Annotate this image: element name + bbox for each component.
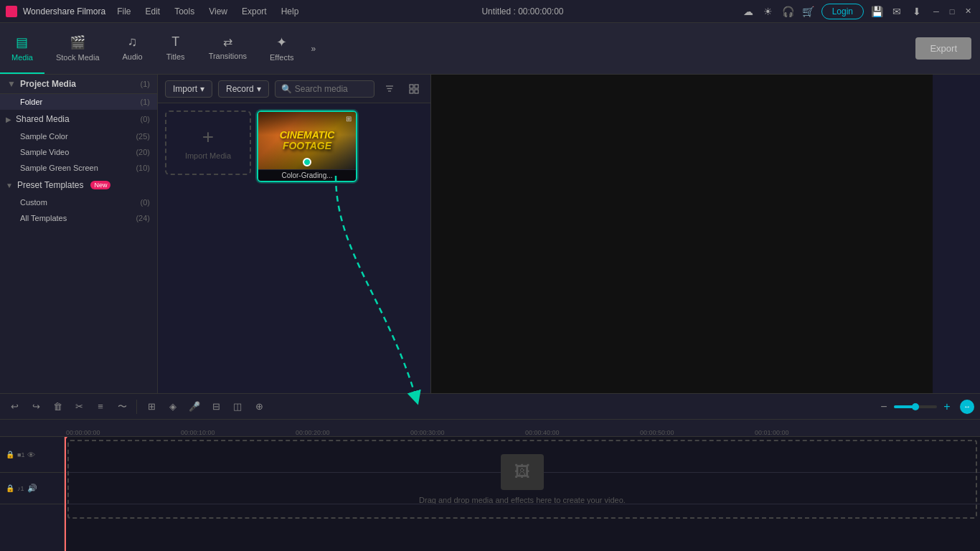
sample-color-count: (25) xyxy=(136,132,150,141)
save-icon[interactable]: 💾 xyxy=(870,4,884,19)
sidebar-section-shared-media[interactable]: ▶ Shared Media (0) xyxy=(0,110,157,128)
sequence-button[interactable]: ⊟ xyxy=(207,398,225,415)
redo-button[interactable]: ↪ xyxy=(27,398,44,415)
zoom-in-button[interactable]: + xyxy=(940,400,954,414)
titles-icon: T xyxy=(171,34,179,50)
playhead[interactable] xyxy=(65,437,66,551)
record-dropdown[interactable]: Record ▾ xyxy=(218,80,269,98)
titlebar-left: Wondershare Filmora File Edit Tools View… xyxy=(6,5,304,18)
headphone-icon[interactable]: 🎧 xyxy=(781,4,796,19)
ruler-label-3: 00:00:30:00 xyxy=(410,429,445,436)
sample-color-label: Sample Color xyxy=(20,132,68,141)
sidebar-item-custom[interactable]: Custom (0) xyxy=(0,194,157,210)
sidebar-item-sample-color[interactable]: Sample Color (25) xyxy=(0,128,157,144)
search-input[interactable] xyxy=(295,84,368,94)
toolbar-more-button[interactable]: » xyxy=(305,23,321,74)
toolbar-export: Export xyxy=(915,37,971,60)
shared-media-left: ▶ Shared Media xyxy=(6,114,70,124)
sidebar-section-preset-templates[interactable]: ▼ Preset Templates New xyxy=(0,176,157,194)
import-label: Import xyxy=(173,84,197,94)
sidebar-item-sample-video[interactable]: Sample Video (20) xyxy=(0,144,157,160)
lock-icon[interactable]: 🔒 xyxy=(6,451,14,458)
snapping-button[interactable]: ⊞ xyxy=(143,398,160,415)
close-button[interactable]: ✕ xyxy=(961,5,974,18)
media-item-color-grading[interactable]: CINEMATICFOOTAGE ⊞ Color-Grading... xyxy=(257,110,357,182)
all-templates-label: All Templates xyxy=(20,214,67,222)
lock-icon-2[interactable]: 🔒 xyxy=(6,484,14,492)
volume-icon[interactable]: 🔊 xyxy=(27,484,37,493)
toolbar-effects[interactable]: ✦ Effects xyxy=(258,23,305,74)
menu-tools[interactable]: Tools xyxy=(169,5,200,18)
transitions-icon: ⇄ xyxy=(223,35,232,49)
plus-icon: + xyxy=(202,126,214,149)
timeline: ↩ ↪ 🗑 ✂ ≡ 〜 ⊞ ◈ 🎤 ⊟ ◫ ⊕ − + ↔ 00:00:00:0… xyxy=(0,393,980,551)
download-icon[interactable]: ⬇ xyxy=(910,4,924,19)
sample-video-count: (20) xyxy=(136,148,150,156)
toolbar: ▤ Media 🎬 Stock Media ♫ Audio T Titles ⇄… xyxy=(0,23,980,75)
ruler-mark-3: 00:00:30:00 xyxy=(409,429,524,436)
project-media-count: (1) xyxy=(141,80,150,88)
audio-settings-button[interactable]: ≡ xyxy=(92,398,109,415)
titlebar-right: ☁ ☀ 🎧 🛒 Login 💾 ✉ ⬇ ─ □ ✕ xyxy=(741,4,974,19)
ruler-mark-5: 00:00:50:00 xyxy=(639,429,753,436)
minimize-button[interactable]: ─ xyxy=(930,5,943,18)
delete-button[interactable]: 🗑 xyxy=(49,398,66,415)
track-icons-2: 🔊 xyxy=(27,484,37,493)
sun-icon[interactable]: ☀ xyxy=(761,4,776,19)
toolbar-audio[interactable]: ♫ Audio xyxy=(111,23,154,74)
menu-file[interactable]: File xyxy=(111,5,136,18)
ruler-label-2: 00:00:20:00 xyxy=(296,429,330,436)
menu-help[interactable]: Help xyxy=(275,5,305,18)
panel-header: ▼ Project Media (1) xyxy=(0,75,157,94)
toolbar-stock-media[interactable]: 🎬 Stock Media xyxy=(44,23,111,74)
eye-icon[interactable]: 👁 xyxy=(27,451,35,459)
login-button[interactable]: Login xyxy=(821,4,864,19)
timeline-toolbar: ↩ ↪ 🗑 ✂ ≡ 〜 ⊞ ◈ 🎤 ⊟ ◫ ⊕ − + ↔ xyxy=(0,394,980,420)
play-button xyxy=(303,158,311,166)
media-icon: ▤ xyxy=(16,34,28,50)
toolbar-titles[interactable]: T Titles xyxy=(154,23,197,74)
menu-view[interactable]: View xyxy=(203,5,233,18)
cinematic-background: CINEMATICFOOTAGE ⊞ xyxy=(258,112,356,169)
shared-media-count: (0) xyxy=(141,115,150,123)
sidebar-item-sample-green-screen[interactable]: Sample Green Screen (10) xyxy=(0,160,157,176)
cloud-icon[interactable]: ☁ xyxy=(741,4,755,19)
menu-edit[interactable]: Edit xyxy=(140,5,166,18)
sidebar-item-all-templates[interactable]: All Templates (24) xyxy=(0,210,157,226)
maximize-button[interactable]: □ xyxy=(946,5,958,18)
cut-button[interactable]: ✂ xyxy=(70,398,88,415)
cart-icon[interactable]: 🛒 xyxy=(801,4,816,19)
chevron-down-icon: ▼ xyxy=(6,182,13,189)
marker-button[interactable]: ◈ xyxy=(164,398,182,415)
project-media-header: ▼ Project Media xyxy=(7,79,76,89)
menu-bar: File Edit Tools View Export Help xyxy=(111,5,304,18)
track-label-video-1: 🔒 ■1 👁 xyxy=(0,437,64,473)
import-media-button[interactable]: + Import Media xyxy=(165,110,251,175)
content-toolbar: Import ▾ Record ▾ 🔍 xyxy=(158,75,430,103)
export-button[interactable]: Export xyxy=(915,37,971,60)
import-dropdown[interactable]: Import ▾ xyxy=(165,80,212,98)
speed-button[interactable]: ◫ xyxy=(229,398,246,415)
ruler-mark-1: 00:00:10:00 xyxy=(179,429,294,436)
preset-templates-left: ▼ Preset Templates New xyxy=(6,180,110,190)
fit-timeline-button[interactable]: ↔ xyxy=(960,400,974,414)
sidebar-item-folder[interactable]: Folder (1) xyxy=(0,94,157,110)
layer-button[interactable]: ⊕ xyxy=(250,398,268,415)
new-badge: New xyxy=(90,181,110,189)
menu-export[interactable]: Export xyxy=(236,5,273,18)
zoom-out-button[interactable]: − xyxy=(877,400,891,414)
timeline-ruler: 00:00:00:00 00:00:10:00 00:00:20:00 00:0… xyxy=(0,420,980,437)
toolbar-media[interactable]: ▤ Media xyxy=(0,23,44,74)
mic-button[interactable]: 🎤 xyxy=(186,398,203,415)
toolbar-transitions[interactable]: ⇄ Transitions xyxy=(197,23,258,74)
waveform-button[interactable]: 〜 xyxy=(113,398,131,415)
message-icon[interactable]: ✉ xyxy=(890,4,904,19)
grid-view-button[interactable] xyxy=(405,80,423,98)
filter-button[interactable] xyxy=(380,80,399,98)
zoom-controls: − + ↔ xyxy=(877,400,974,414)
undo-button[interactable]: ↩ xyxy=(6,398,23,415)
collapse-icon[interactable]: ▼ xyxy=(7,79,16,89)
chevron-right-icon: ▶ xyxy=(6,116,11,123)
zoom-slider[interactable] xyxy=(894,405,937,408)
track-label-audio-1: 🔒 ♪1 🔊 xyxy=(0,473,64,504)
